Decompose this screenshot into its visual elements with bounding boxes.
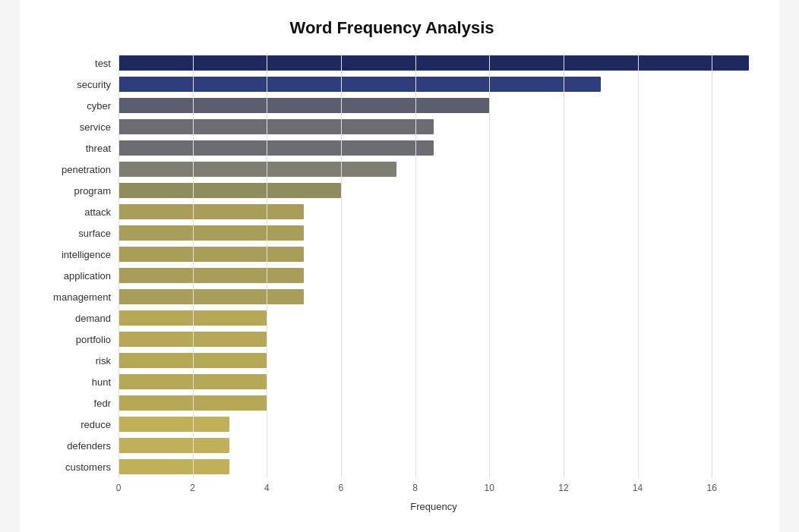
x-tick: 14: [633, 483, 643, 493]
bar-label: application: [35, 270, 118, 282]
bar-label: program: [35, 185, 118, 197]
bar-track: [118, 225, 749, 241]
bar-row: portfolio: [35, 329, 749, 349]
bar-row: penetration: [35, 159, 749, 179]
bar-fill: [118, 183, 341, 198]
bar-fill: [118, 438, 229, 453]
bar-row: threat: [35, 138, 749, 158]
bar-fill: [118, 225, 304, 241]
chart-title: Word Frequency Analysis: [35, 18, 749, 38]
x-tick: 4: [264, 483, 270, 493]
bar-row: intelligence: [35, 244, 749, 264]
bar-row: test: [35, 53, 749, 73]
bar-track: [118, 353, 749, 368]
bar-row: fedr: [35, 393, 749, 413]
bar-track: [118, 55, 749, 71]
bar-label: management: [35, 291, 118, 303]
x-axis-ticks-row: 0246810121416: [35, 483, 749, 498]
bar-label: hunt: [35, 376, 118, 388]
bar-row: management: [35, 287, 749, 307]
bar-fill: [118, 268, 304, 283]
bar-track: [118, 119, 749, 134]
bar-label: threat: [35, 143, 118, 154]
chart-body: testsecuritycyberservicethreatpenetratio…: [35, 53, 749, 478]
bar-chart-area: testsecuritycyberservicethreatpenetratio…: [35, 53, 749, 478]
bar-row: surface: [35, 223, 749, 243]
bar-fill: [118, 374, 267, 389]
bar-track: [118, 77, 749, 92]
bar-label: customers: [35, 461, 118, 473]
bar-label: defenders: [35, 440, 118, 452]
bar-track: [118, 417, 749, 432]
bar-row: security: [35, 74, 749, 94]
x-tick: 0: [116, 483, 122, 493]
bar-fill: [118, 353, 267, 368]
bar-track: [118, 247, 749, 262]
bar-fill: [118, 204, 304, 219]
bar-label: fedr: [35, 398, 118, 409]
bar-fill: [118, 77, 601, 92]
bar-label: demand: [35, 313, 118, 324]
bar-row: demand: [35, 308, 749, 328]
x-tick: 10: [485, 483, 494, 493]
bar-track: [118, 268, 749, 283]
x-tick: 6: [339, 483, 344, 493]
bar-label: penetration: [35, 164, 118, 175]
bar-fill: [118, 119, 434, 134]
bar-fill: [118, 55, 749, 71]
x-tick: 16: [707, 483, 717, 493]
bar-label: risk: [35, 355, 118, 367]
bar-fill: [118, 395, 267, 411]
bar-fill: [118, 98, 489, 113]
bar-row: service: [35, 117, 749, 137]
bar-label: service: [35, 121, 118, 133]
bar-row: reduce: [35, 414, 749, 434]
bar-fill: [118, 417, 229, 432]
bar-row: program: [35, 181, 749, 200]
bar-row: cyber: [35, 96, 749, 115]
bar-track: [118, 204, 749, 219]
bar-row: risk: [35, 351, 749, 370]
bar-fill: [118, 289, 304, 304]
bar-label: attack: [35, 206, 118, 218]
x-tick: 8: [412, 483, 418, 493]
bar-fill: [118, 162, 396, 177]
bar-label: surface: [35, 228, 118, 239]
bar-row: application: [35, 266, 749, 285]
bar-label: intelligence: [35, 249, 118, 260]
bar-track: [118, 289, 749, 304]
bar-fill: [118, 332, 267, 347]
bar-fill: [118, 459, 229, 474]
bar-fill: [118, 140, 434, 156]
bar-track: [118, 310, 749, 326]
bar-label: security: [35, 79, 118, 90]
bar-label: test: [35, 58, 118, 69]
bar-track: [118, 98, 749, 113]
bar-row: customers: [35, 457, 749, 477]
bar-track: [118, 140, 749, 156]
bar-track: [118, 395, 749, 411]
bar-row: attack: [35, 202, 749, 222]
x-tick: 12: [558, 483, 568, 493]
bar-track: [118, 459, 749, 474]
chart-container: Word Frequency Analysis testsecuritycybe…: [20, 0, 779, 532]
bar-track: [118, 162, 749, 177]
x-axis-label: Frequency: [35, 501, 749, 512]
bar-fill: [118, 247, 304, 262]
x-tick: 2: [190, 483, 195, 493]
bar-fill: [118, 310, 267, 326]
bar-label: portfolio: [35, 334, 118, 345]
bar-label: reduce: [35, 419, 118, 430]
bar-row: defenders: [35, 436, 749, 455]
bar-label: cyber: [35, 100, 118, 112]
bar-track: [118, 183, 749, 198]
x-axis-ticks: 0246810121416: [118, 483, 749, 498]
bar-track: [118, 438, 749, 453]
bar-row: hunt: [35, 372, 749, 392]
bar-track: [118, 332, 749, 347]
bar-track: [118, 374, 749, 389]
